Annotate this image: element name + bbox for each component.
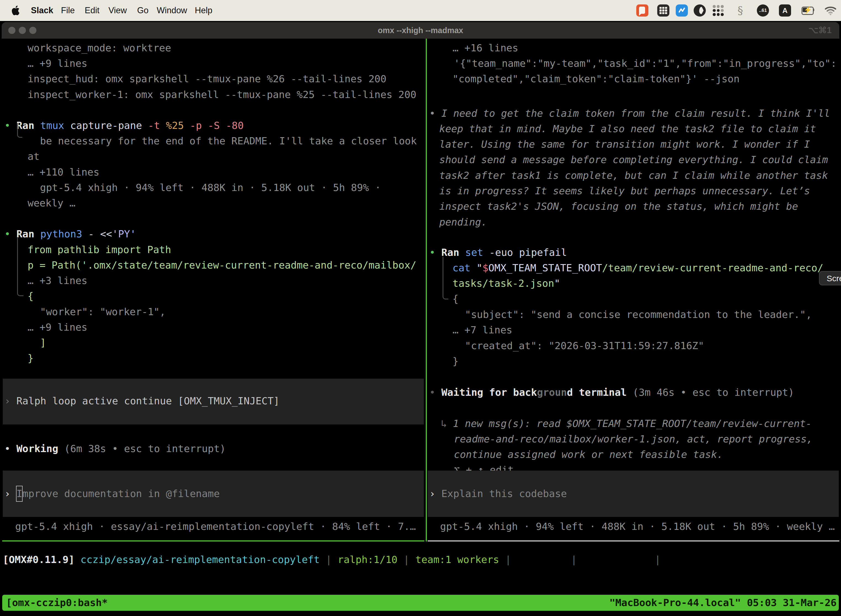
menu-item-edit[interactable]: Edit [85,0,99,21]
working-status: • Working (6m 38s • esc to interrupt) [4,441,226,456]
menu-item-file[interactable]: File [61,0,75,21]
record-window-shape [639,7,645,14]
prompt-chevron-icon: › [429,488,435,499]
omx-workspace: cczip/essay/ai-reimplementation-copyleft [81,554,320,565]
inbox-message: ↳ 1 new msg(s): read $OMX_TEAM_STATE_ROO… [441,416,812,431]
tmux-output-line: gpt-5.4 xhigh · 94% left · 488K in · 5.1… [40,180,381,195]
prompt-placeholder: Explain this codebase [441,488,567,499]
json-output-line: … +7 lines [453,322,512,338]
output-indent-guide [17,238,23,296]
omx-turns: turns:20 [517,554,565,565]
ralph-banner-text: Ralph loop active continue [OMX_TMUX_INJ… [16,395,280,406]
ran-python-command: • Ran python3 - <<'PY' [4,226,136,242]
python-output-line: … +9 lines [28,320,88,335]
right-pane-status-line: gpt-5.4 xhigh · 94% left · 488K in · 5.1… [440,519,835,534]
waiting-status: • Waiting for background terminal (3m 46… [429,385,794,400]
omx-last-activity: last:3m ago [667,554,732,565]
dots-grid-icon[interactable] [712,4,724,16]
run-bullet-icon: • [4,120,10,131]
output-indent-guide [17,123,22,138]
run-bullet-icon: • [429,247,435,258]
thinking-line: keep that in mind. Maybe I also need the… [439,121,816,136]
right-pane-bottom-border [428,540,840,541]
left-prompt-input[interactable]: › Improve documentation in @filename [3,471,424,517]
tmux-output-line: at [28,149,40,164]
right-prompt-input[interactable]: › Explain this codebase [428,471,839,517]
prompt-placeholder: mprove documentation in @filename [22,488,220,499]
thinking-line: should send a message before completing … [439,152,828,167]
json-output-line: "created_at": "2026-03-31T11:59:27.816Z" [465,338,704,353]
omx-ralph-counter: ralph:1/10 [338,554,398,565]
ran-set-command: • Ran set -euo pipefail [429,245,567,260]
command-name: tmux [40,120,64,131]
screen-tooltip: Scre [819,271,841,285]
run-bullet-icon: • [4,228,10,239]
tmux-session-name[interactable]: [omx-cczip0:bash* [6,595,108,611]
thinking-line: task2 after task1 is complete, but can I… [439,168,828,183]
thinking-line: is in progress? It seems likely but perh… [439,183,810,199]
charging-bolt-icon: ⚡ [804,6,812,14]
thinking-line: inspect task2's JSON, focusing on the st… [439,199,798,214]
right-log-line: … +16 lines [453,40,518,56]
thinking-line: later. Using the same for transition mig… [439,136,810,152]
right-log-line: "completed","claim_token":"claim-token"}… [453,71,740,87]
squiggle-icon[interactable]: § [734,4,746,16]
cat-command-line: cat "$OMX_TEAM_STATE_ROOT/team/review-cu… [453,260,823,276]
menu-bar: Slack File Edit View Go Window Help § ..… [0,0,841,21]
apple-menu-icon[interactable] [12,6,20,15]
omx-status-bar: [OMX#0.11.9] cczip/essay/ai-reimplementa… [3,552,732,568]
input-source-icon[interactable]: A [779,4,791,16]
left-log-line: inspect_worker-1: omx sparkshell --tmux-… [28,87,416,103]
tmux-output-line: be necessary for the end of the README. … [40,133,417,149]
ran-tmux-command: • Ran tmux capture-pane -t %25 -p -S -80 [4,118,244,133]
menu-item-help[interactable]: Help [195,0,212,21]
spinner-bullet-icon: • [4,443,10,454]
left-pane-status-line: gpt-5.4 xhigh · essay/ai-reimplementatio… [15,519,416,534]
python-output-line: … +3 lines [28,273,88,288]
ralph-banner: › Ralph loop active continue [OMX_TMUX_I… [3,378,424,424]
left-log-line: workspace_mode: worktree [28,40,171,56]
command-name: python3 [40,228,82,239]
window-title-bar: omx --xhigh --madmax ⌥⌘1 [1,22,840,39]
badge-61-icon[interactable]: ..61 [757,4,769,16]
omx-version: [OMX#0.11.9] [3,554,75,565]
json-output-line: { [453,291,459,307]
menu-app-name[interactable]: Slack [31,0,53,21]
json-output-line: "subject": "send a concise recommendatio… [465,307,812,322]
tmux-status-bar: [omx-cczip0:bash* "MacBook-Pro-44.local"… [2,595,839,611]
messenger-icon[interactable] [676,4,688,16]
screen-record-icon[interactable] [636,4,648,16]
omx-session: session:23m [583,554,649,565]
python-code-line: from pathlib import Path [28,242,171,258]
record-tail-shape [639,13,642,16]
command-name: cat [453,262,470,273]
text-cursor: I [16,486,22,502]
menu-item-go[interactable]: Go [137,0,148,21]
tmux-host-clock: "MacBook-Pro-44.local" 05:03 31-Mar-26 [609,595,837,611]
python-output-line: ] [40,335,46,351]
moon-toggle-icon[interactable] [694,4,706,16]
inbox-message-line: continue assigned work or next feasible … [454,447,723,462]
thinking-bullet-icon: • [429,108,435,119]
menu-item-window[interactable]: Window [157,0,187,21]
tmux-output-line: … +110 lines [28,164,99,180]
python-output-line: "worker": "worker-1", [40,304,166,320]
menu-item-view[interactable]: View [108,0,127,21]
inbox-message-line: readme-and-reco/mailbox/worker-1.json, a… [454,431,813,447]
right-log-line: '{"team_name":"my-team","task_id":"1","f… [454,56,837,71]
pane-divider[interactable] [426,39,427,541]
keypad-icon[interactable] [657,4,670,16]
json-output-line: } [453,353,459,369]
waiting-bullet-icon: • [429,387,435,398]
command-name: set [465,247,483,258]
wifi-icon[interactable] [825,4,837,16]
left-log-line: … +9 lines [28,56,88,71]
prompt-chevron-icon: › [4,488,10,499]
window-title: omx --xhigh --madmax [1,22,840,39]
thinking-line: pending. [439,214,487,230]
battery-icon[interactable]: ⚡ [801,4,814,16]
tmux-output-line: weekly … [28,195,75,211]
left-log-line: inspect_hud: omx sparkshell --tmux-pane … [28,71,386,87]
omx-team-counter: team:1 workers [416,554,499,565]
cat-command-line2: tasks/task-2.json" [453,276,560,291]
